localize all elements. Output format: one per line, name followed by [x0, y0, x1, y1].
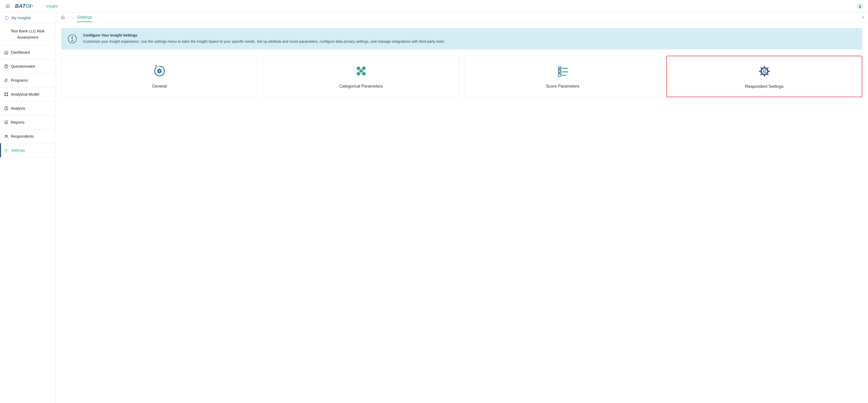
user-icon — [858, 4, 862, 8]
card-title: Categorical Parameters — [269, 84, 454, 89]
project-name: Test Bank LLC Risk Assessment — [0, 23, 55, 45]
header-left-group: BATOI® Insight — [5, 3, 58, 9]
svg-rect-5 — [7, 93, 8, 93]
sidebar-item-analysis[interactable]: Analysis — [0, 101, 55, 115]
back-to-insights[interactable]: My Insights — [0, 12, 55, 23]
sidebar-item-programs[interactable]: Programs — [0, 73, 55, 87]
nav-label: Analysis — [11, 106, 25, 110]
home-icon — [4, 50, 8, 54]
main-content: Settings Configure Your Insight Settings — [56, 12, 868, 403]
breadcrumb-current-label: Settings — [77, 15, 92, 22]
svg-point-14 — [72, 37, 73, 37]
svg-point-20 — [356, 72, 360, 76]
sidebar: My Insights Test Bank LLC Risk Assessmen… — [0, 12, 56, 403]
card-title: General — [67, 84, 252, 89]
logo-text: BATOI — [15, 3, 31, 9]
logo-registered: ® — [32, 5, 33, 7]
categorical-icon — [269, 64, 454, 78]
nav-label: Settings — [11, 148, 25, 152]
svg-point-11 — [7, 135, 7, 136]
info-icon — [68, 34, 77, 44]
top-header: BATOI® Insight — [0, 0, 868, 12]
card-general[interactable]: General — [61, 56, 257, 97]
sidebar-item-settings[interactable]: Settings — [0, 143, 55, 157]
svg-point-18 — [356, 67, 360, 70]
pen-icon — [4, 78, 8, 82]
collapse-toggle[interactable] — [858, 12, 868, 22]
logo[interactable]: BATOI® — [15, 3, 33, 9]
svg-point-1 — [5, 16, 8, 20]
hamburger-menu-icon[interactable] — [5, 4, 11, 9]
general-icon — [67, 64, 252, 78]
svg-point-17 — [159, 70, 160, 71]
pie-icon — [4, 106, 8, 110]
info-content: Configure Your Insight Settings Customiz… — [83, 33, 445, 44]
svg-rect-7 — [7, 95, 8, 96]
sidebar-item-analytical-model[interactable]: Analytical Model — [0, 87, 55, 101]
sidebar-item-dashboard[interactable]: Dashboard — [0, 45, 55, 59]
banner-description: Customize your Insight experience. Use t… — [83, 39, 445, 44]
nav-label: Questionnaire — [11, 64, 35, 68]
report-icon — [4, 120, 8, 124]
svg-rect-4 — [5, 93, 5, 93]
svg-point-21 — [362, 72, 366, 76]
card-respondent-settings[interactable]: Respondent Settings — [666, 56, 862, 97]
banner-title: Configure Your Insight Settings — [83, 33, 445, 37]
back-arrow-icon — [5, 16, 9, 20]
avatar[interactable] — [857, 3, 863, 9]
svg-point-12 — [6, 150, 7, 151]
svg-point-19 — [362, 67, 366, 70]
sidebar-item-questionnaire[interactable]: Questionnaire — [0, 59, 55, 73]
chevron-left-icon — [862, 16, 865, 19]
nav-label: Programs — [11, 78, 28, 82]
sidebar-item-reports[interactable]: Reports — [0, 115, 55, 129]
home-icon — [61, 15, 65, 19]
card-title: Respondent Settings — [672, 84, 857, 89]
gear-icon — [4, 148, 8, 152]
nav-label: Respondents — [11, 134, 34, 138]
nav-label: Reports — [11, 120, 25, 124]
card-title: Score Parameters — [470, 84, 655, 89]
respondent-settings-icon — [672, 64, 857, 79]
users-icon — [4, 134, 8, 138]
settings-cards: General Categorical Parameters — [61, 56, 862, 97]
card-categorical-parameters[interactable]: Categorical Parameters — [263, 56, 459, 97]
back-label: My Insights — [11, 16, 31, 20]
score-icon — [470, 64, 655, 78]
svg-point-0 — [860, 5, 861, 6]
svg-point-10 — [5, 135, 6, 136]
breadcrumb-settings[interactable]: Settings — [70, 12, 97, 22]
svg-point-3 — [6, 67, 6, 67]
nav-label: Dashboard — [11, 50, 30, 54]
info-banner: Configure Your Insight Settings Customiz… — [61, 28, 862, 50]
model-icon — [4, 92, 8, 96]
svg-rect-6 — [5, 95, 5, 96]
breadcrumb-home[interactable] — [56, 12, 70, 22]
breadcrumb: Settings — [56, 12, 868, 22]
card-score-parameters[interactable]: Score Parameters — [465, 56, 661, 97]
app-name[interactable]: Insight — [46, 4, 58, 8]
svg-rect-24 — [558, 74, 561, 77]
sidebar-item-respondents[interactable]: Respondents — [0, 129, 55, 143]
nav-label: Analytical Model — [11, 92, 39, 96]
question-icon — [4, 64, 8, 68]
